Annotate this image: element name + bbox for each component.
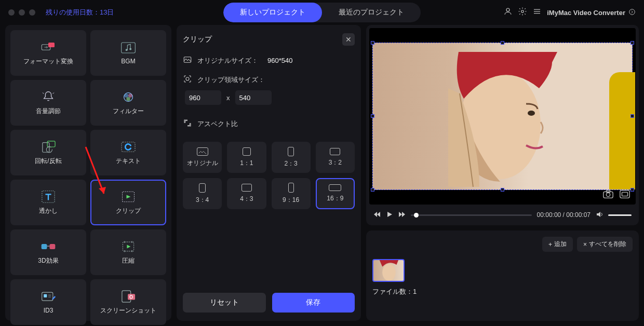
tool-3d-effect-label: 3D効果 [38, 256, 58, 265]
watermark-t-icon [41, 190, 56, 203]
aspect-2-3[interactable]: 2：3 [272, 142, 311, 173]
time-display: 00:00:00 / 00:00:07 [537, 211, 591, 219]
tool-bgm[interactable]: BGM [90, 30, 166, 76]
glasses-3d-icon [41, 240, 56, 253]
size-x-separator: x [226, 94, 230, 102]
svg-point-17 [126, 97, 130, 101]
svg-marker-23 [126, 195, 130, 198]
tool-bgm-label: BGM [121, 58, 135, 65]
image-size-icon [183, 55, 192, 66]
svg-rect-44 [620, 191, 629, 198]
volume-slider[interactable] [608, 214, 632, 216]
clip-settings-panel: クリップ ✕ オリジナルサイズ： 960*540 クリップ領域サイズ： x アス… [177, 25, 361, 321]
close-icon[interactable]: ✕ [342, 33, 355, 46]
format-convert-icon [41, 40, 56, 54]
crop-overlay[interactable] [372, 43, 633, 190]
file-list-panel: +追加 ×すべてを削除 ファイル数：1 [366, 230, 639, 321]
aspect-original[interactable]: オリジナル [183, 142, 222, 173]
svg-point-15 [125, 93, 128, 97]
tool-clip[interactable]: クリップ [90, 180, 166, 225]
svg-point-42 [606, 193, 610, 196]
video-frame[interactable] [369, 28, 636, 205]
traffic-zoom[interactable] [29, 9, 35, 16]
account-icon[interactable] [503, 7, 513, 18]
aspect-1-1[interactable]: 1：1 [227, 142, 266, 173]
app-title: iMyMac Video Converter [547, 8, 636, 17]
crop-icon [120, 190, 136, 203]
music-film-icon [120, 41, 136, 55]
svg-rect-24 [42, 244, 47, 249]
add-file-button[interactable]: +追加 [542, 237, 573, 252]
file-thumbnail[interactable] [372, 259, 405, 282]
original-size-value: 960*540 [267, 57, 292, 64]
bell-icon [41, 90, 56, 104]
gear-icon[interactable] [518, 7, 527, 18]
file-count-label: ファイル数：1 [372, 287, 633, 296]
delete-all-button[interactable]: ×すべてを削除 [577, 237, 633, 252]
plus-icon: + [548, 241, 552, 248]
aspect-4-3[interactable]: 4：3 [227, 178, 266, 209]
tool-screenshot[interactable]: スクリーンショット [90, 279, 166, 325]
crop-region-icon [183, 74, 192, 85]
tab-recent-project[interactable]: 最近のプロジェクト [322, 3, 421, 22]
tool-format-convert[interactable]: フォーマット変換 [10, 30, 86, 76]
svg-line-12 [43, 92, 44, 93]
top-right-controls: iMyMac Video Converter [503, 7, 636, 18]
clip-width-input[interactable] [185, 90, 221, 105]
next-icon[interactable] [398, 211, 406, 220]
save-button[interactable]: 保存 [272, 293, 355, 313]
tool-compress[interactable]: 圧縮 [90, 229, 166, 275]
tool-volume[interactable]: 音量調節 [10, 80, 86, 126]
window-controls [8, 9, 35, 16]
aspect-9-16[interactable]: 9：16 [272, 178, 311, 209]
tool-format-convert-label: フォーマット変換 [23, 57, 73, 66]
tool-id3[interactable]: ID3 [10, 279, 86, 325]
tool-text[interactable]: テキスト [90, 130, 166, 175]
svg-rect-18 [43, 142, 49, 152]
aspect-ratio-icon [183, 118, 192, 129]
svg-rect-19 [47, 141, 55, 146]
camera-icon[interactable] [602, 189, 614, 201]
traffic-minimize[interactable] [19, 9, 25, 16]
aspect-16-9[interactable]: 16：9 [316, 178, 355, 209]
tool-watermark-label: 透かし [39, 207, 58, 215]
aspect-3-2[interactable]: 3：2 [316, 142, 355, 173]
tool-screenshot-label: スクリーンショット [100, 306, 156, 315]
svg-rect-7 [48, 43, 55, 47]
timeline-slider[interactable] [411, 214, 532, 216]
clip-height-input[interactable] [235, 90, 272, 105]
svg-point-38 [186, 77, 189, 80]
svg-point-16 [128, 93, 132, 97]
tool-text-label: テキスト [116, 157, 141, 166]
traffic-close[interactable] [8, 9, 15, 16]
fullscreen-icon[interactable] [619, 189, 630, 201]
player-controls: 00:00:00 / 00:00:07 [369, 208, 636, 222]
svg-point-0 [506, 8, 509, 11]
tool-filter-label: フィルター [113, 107, 144, 116]
prev-icon[interactable] [373, 211, 381, 220]
trial-days-label: 残りの使用日数：13日 [46, 8, 114, 17]
clip-panel-title: クリップ [183, 35, 212, 44]
tool-rotate-label: 回転/反転 [35, 157, 61, 166]
svg-rect-28 [42, 292, 53, 301]
tool-volume-label: 音量調節 [36, 107, 61, 116]
reset-button[interactable]: リセット [183, 293, 266, 313]
aspect-3-4[interactable]: 3：4 [183, 178, 222, 209]
svg-rect-8 [122, 43, 136, 53]
play-icon[interactable] [386, 211, 393, 220]
tool-rotate[interactable]: 回転/反転 [10, 130, 86, 175]
tool-filter[interactable]: フィルター [90, 80, 166, 126]
svg-point-10 [129, 48, 131, 50]
svg-rect-33 [128, 294, 135, 300]
original-size-label: オリジナルサイズ： [197, 56, 258, 65]
app-title-text: iMyMac Video Converter [547, 9, 625, 17]
right-column: 00:00:00 / 00:00:07 +追加 ×すべてを削除 ファイル数：1 [366, 25, 639, 321]
chevron-right-icon[interactable] [628, 8, 636, 17]
tool-3d-effect[interactable]: 3D効果 [10, 229, 86, 275]
volume-icon[interactable] [596, 211, 603, 220]
menu-icon[interactable] [532, 7, 542, 18]
tool-watermark[interactable]: 透かし [10, 180, 86, 225]
tab-new-project[interactable]: 新しいプロジェクト [223, 3, 322, 22]
project-tab-group: 新しいプロジェクト 最近のプロジェクト [223, 3, 421, 22]
id3-pencil-icon [41, 290, 56, 304]
